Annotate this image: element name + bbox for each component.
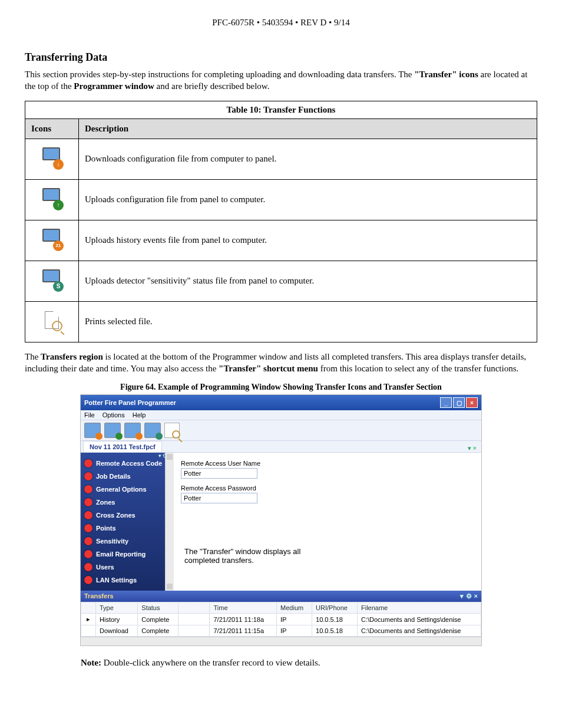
icon-cell: S <box>25 261 79 301</box>
sidebar-item-label: Points <box>96 525 116 532</box>
table-row[interactable]: Download Complete 7/21/2011 11:15a IP 10… <box>81 625 481 637</box>
row-selector-icon <box>81 625 96 637</box>
bullet-icon <box>84 550 92 558</box>
sidebar-item-label: Job Details <box>96 473 131 480</box>
sidebar-item-label: Users <box>96 564 114 571</box>
minimize-button[interactable]: _ <box>440 397 452 408</box>
sidebar-item-cross-zones[interactable]: Cross Zones <box>83 509 171 521</box>
grid-header-marker <box>81 602 96 614</box>
table-header-description: Description <box>79 118 537 139</box>
sidebar-item-points[interactable]: Points <box>83 522 171 534</box>
sidebar-item-sensitivity[interactable]: Sensitivity <box>83 535 171 547</box>
sensitivity-upload-icon: S <box>41 269 62 291</box>
cell-uri: 10.0.5.18 <box>312 625 358 637</box>
grid-header-medium[interactable]: Medium <box>277 602 312 614</box>
sidebar-item-label: Remote Access Code <box>96 460 162 467</box>
sidebar-item-job-details[interactable]: Job Details <box>83 470 171 482</box>
maximize-button[interactable]: ▢ <box>453 397 465 408</box>
cell-blank <box>178 614 210 625</box>
note-label: Note: <box>81 658 101 667</box>
bullet-icon <box>84 563 92 571</box>
menu-file[interactable]: File <box>84 411 95 419</box>
transfers-panel-header[interactable]: Transfers ▾ ⯐ × <box>81 591 481 602</box>
menu-help[interactable]: Help <box>133 411 146 419</box>
table-desc: Prints selected file. <box>79 301 537 342</box>
note-paragraph: Note: Double-click anywhere on the trans… <box>81 657 481 668</box>
menu-options[interactable]: Options <box>103 411 125 419</box>
toolbar-upload-icon[interactable] <box>104 423 121 438</box>
section-title: Transferring Data <box>25 51 537 64</box>
sidebar-item-zones[interactable]: Zones <box>83 496 171 508</box>
remote-pass-label: Remote Access Password <box>181 485 474 492</box>
icon-cell: 21 <box>25 220 79 261</box>
table-transfer-functions: Table 10: Transfer Functions Icons Descr… <box>25 101 537 342</box>
table-desc: Uploads history events file from panel t… <box>79 220 537 261</box>
sidebar-scrollbar[interactable] <box>165 453 174 591</box>
sidebar-item-label: General Options <box>96 486 147 493</box>
toolbar-sensitivity-icon[interactable] <box>144 423 161 438</box>
table-desc: Downloads configuration file from comput… <box>79 139 537 179</box>
icon-cell <box>25 301 79 342</box>
menu-bar: File Options Help <box>81 410 481 420</box>
cell-medium: IP <box>277 614 312 625</box>
figure-caption: Figure 64. Example of Programming Window… <box>25 383 537 392</box>
sidebar-item-general-options[interactable]: General Options <box>83 483 171 495</box>
table-desc: Uploads detector "sensitivity" status fi… <box>79 261 537 301</box>
grid-header-uri[interactable]: URI/Phone <box>312 602 358 614</box>
sidebar-item-lan-settings[interactable]: LAN Settings <box>83 574 171 586</box>
transfers-panel-controls[interactable]: ▾ ⯐ × <box>460 592 478 600</box>
toolbar-print-icon[interactable] <box>164 423 180 438</box>
bullet-icon <box>84 511 92 519</box>
cell-uri: 10.0.5.18 <box>312 614 358 625</box>
sidebar-item-label: Sensitivity <box>96 538 128 545</box>
note-text: Double-click anywhere on the transfer re… <box>101 658 320 667</box>
window-titlebar[interactable]: Potter Fire Panel Programmer _ ▢ × <box>81 395 481 410</box>
row-selector-icon: ▸ <box>81 614 96 625</box>
sidebar-item-label: Email Reporting <box>96 551 146 558</box>
main-pane: Remote Access User Name Remote Access Pa… <box>174 453 481 591</box>
cell-type: History <box>96 614 138 625</box>
icon-cell: ↓ <box>25 139 79 179</box>
annotation-line: completed transfers. <box>184 556 300 565</box>
transfers-title: Transfers <box>84 592 114 600</box>
sidebar-item-users[interactable]: Users <box>83 561 171 573</box>
sidebar-item-label: Zones <box>96 499 115 506</box>
toolbar-download-icon[interactable] <box>84 423 101 438</box>
print-preview-icon <box>41 310 62 331</box>
mid-text: from this location to select any of the … <box>318 364 518 373</box>
grid-header-status[interactable]: Status <box>138 602 178 614</box>
annotation-callout: The "Transfer" window displays all compl… <box>184 547 300 565</box>
annotation-line: The "Transfer" window displays all <box>184 547 300 556</box>
transfers-grid: Type Status Time Medium URI/Phone Filena… <box>81 602 481 637</box>
mid-text: The <box>25 352 41 361</box>
sidebar-item-email-reporting[interactable]: Email Reporting <box>83 548 171 560</box>
intro-text: This section provides step-by-step instr… <box>25 70 414 79</box>
intro-text: and are briefly described below. <box>154 81 270 91</box>
table-row[interactable]: ▸ History Complete 7/21/2011 11:18a IP 1… <box>81 614 481 625</box>
toolbar-history-icon[interactable] <box>124 423 141 438</box>
intro-paragraph: This section provides step-by-step instr… <box>25 68 537 93</box>
bullet-icon <box>84 485 92 493</box>
programmer-window: Potter Fire Panel Programmer _ ▢ × File … <box>80 394 482 646</box>
cell-medium: IP <box>277 625 312 637</box>
document-tab[interactable]: Nov 11 2011 Test.fpcf <box>83 441 162 452</box>
sidebar: ▾ ⯐ × Remote Access Code Job Details Gen… <box>81 453 174 591</box>
close-button[interactable]: × <box>466 397 478 408</box>
bullet-icon <box>84 576 92 584</box>
grid-header-time[interactable]: Time <box>210 602 277 614</box>
tab-close-controls[interactable]: ▾ × <box>465 444 479 452</box>
page-header: PFC-6075R • 5403594 • REV D • 9/14 <box>25 18 537 28</box>
sidebar-item-remote-access[interactable]: Remote Access Code <box>83 457 171 469</box>
remote-pass-input[interactable] <box>181 493 257 503</box>
bullet-icon <box>84 472 92 480</box>
remote-user-label: Remote Access User Name <box>181 460 474 467</box>
upload-icon: ↑ <box>41 188 62 209</box>
remote-user-input[interactable] <box>181 468 257 479</box>
bullet-icon <box>84 498 92 506</box>
grid-header-filename[interactable]: Filename <box>357 602 481 614</box>
grid-header-type[interactable]: Type <box>96 602 138 614</box>
download-icon: ↓ <box>41 147 62 169</box>
cell-time: 7/21/2011 11:15a <box>210 625 277 637</box>
cell-blank <box>178 625 210 637</box>
grid-scrollbar[interactable] <box>81 637 481 645</box>
